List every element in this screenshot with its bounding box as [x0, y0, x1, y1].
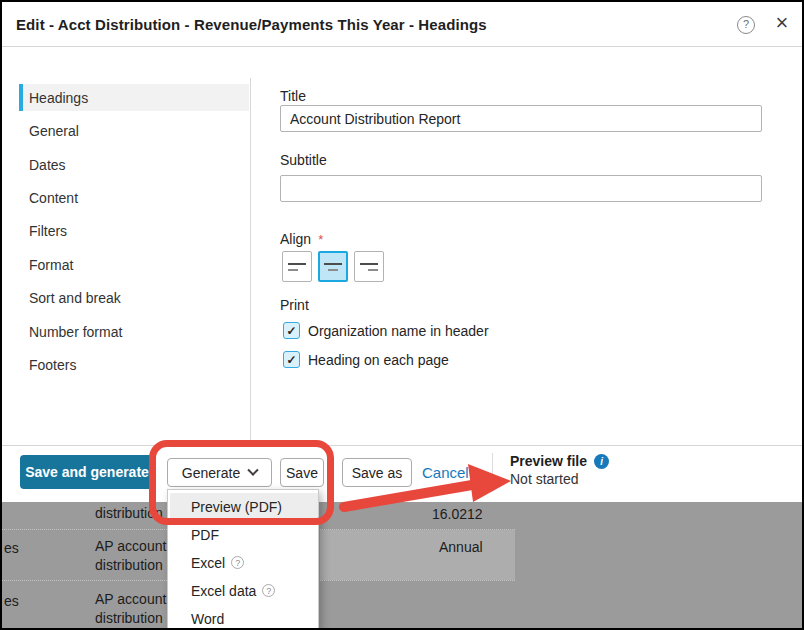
help-icon[interactable]: ?: [737, 16, 755, 34]
table-cell: es: [4, 540, 19, 556]
info-icon[interactable]: i: [594, 454, 609, 469]
selected-accent-bar: [19, 84, 23, 111]
table-cell: AP account: [95, 538, 166, 554]
menu-item-preview-pdf[interactable]: Preview (PDF): [170, 493, 318, 520]
table-cell: es: [4, 593, 19, 609]
generate-dropdown-menu: Preview (PDF) PDF Excel ? Excel data ? W…: [167, 489, 319, 630]
menu-item-word[interactable]: Word: [170, 605, 318, 630]
sidebar-divider: [250, 78, 251, 445]
align-label: Align*: [280, 231, 323, 247]
help-icon[interactable]: ?: [262, 584, 275, 597]
preview-file-label: Preview file: [510, 453, 587, 469]
print-label: Print: [280, 297, 309, 313]
sidebar-item-number-format[interactable]: Number format: [19, 318, 249, 345]
sidebar-item-label: Footers: [29, 357, 76, 373]
menu-item-label: Word: [191, 611, 224, 627]
menu-item-excel[interactable]: Excel ?: [170, 549, 318, 576]
sidebar-item-label: Content: [29, 190, 78, 206]
help-icon[interactable]: ?: [231, 556, 244, 569]
menu-item-label: Excel data: [191, 583, 256, 599]
dialog-title: Edit - Acct Distribution - Revenue/Payme…: [16, 16, 487, 33]
align-center-button[interactable]: [318, 251, 348, 282]
menu-item-label: Preview (PDF): [191, 499, 282, 515]
preview-file-status: Not started: [510, 471, 578, 487]
chevron-down-icon: [248, 464, 259, 475]
checkbox-row-org-name: ✓ Organization name in header: [283, 322, 489, 339]
menu-item-pdf[interactable]: PDF: [170, 521, 318, 548]
sidebar-item-content[interactable]: Content: [19, 184, 249, 211]
menu-item-label: PDF: [191, 527, 219, 543]
checkbox-label: Heading on each page: [308, 352, 449, 368]
dialog-footer: Save and generate Generate Save Save as …: [2, 445, 802, 502]
generate-dropdown-button[interactable]: Generate: [167, 458, 272, 487]
edit-report-dialog: Edit - Acct Distribution - Revenue/Payme…: [0, 0, 804, 630]
sidebar-item-label: Sort and break: [29, 290, 121, 306]
dimmed-background-table: distribution 16.0212 es AP account distr…: [2, 502, 802, 630]
title-field-label: Title: [280, 88, 306, 104]
checkbox-row-heading-each-page: ✓ Heading on each page: [283, 351, 449, 368]
dialog-titlebar: Edit - Acct Distribution - Revenue/Payme…: [2, 2, 802, 47]
sidebar-item-label: Format: [29, 257, 73, 273]
table-cell: 16.0212: [432, 506, 483, 522]
align-right-icon: [360, 263, 378, 265]
sidebar-item-label: Dates: [29, 157, 66, 173]
table-cell: distribution: [95, 610, 163, 626]
align-left-button[interactable]: [282, 251, 312, 282]
title-input[interactable]: [280, 105, 762, 132]
menu-item-excel-data[interactable]: Excel data ?: [170, 577, 318, 604]
table-cell: distribution: [95, 557, 163, 573]
org-name-checkbox[interactable]: ✓: [283, 322, 300, 339]
sidebar-item-sort-and-break[interactable]: Sort and break: [19, 284, 249, 311]
save-and-generate-button[interactable]: Save and generate: [20, 455, 154, 489]
sidebar-item-format[interactable]: Format: [19, 251, 249, 278]
sidebar-item-headings[interactable]: Headings: [19, 84, 249, 111]
heading-each-page-checkbox[interactable]: ✓: [283, 351, 300, 368]
save-button[interactable]: Save: [280, 458, 324, 487]
generate-button-label: Generate: [182, 465, 240, 481]
subtitle-input[interactable]: [280, 175, 762, 202]
align-center-icon: [324, 263, 342, 265]
sidebar-item-filters[interactable]: Filters: [19, 217, 249, 244]
save-as-button[interactable]: Save as: [342, 458, 412, 487]
subtitle-field-label: Subtitle: [280, 152, 327, 168]
table-cell-highlight: [320, 530, 515, 580]
sidebar-item-label: Filters: [29, 223, 67, 239]
cancel-link[interactable]: Cancel: [422, 464, 469, 481]
sidebar-item-label: Headings: [29, 90, 88, 106]
required-asterisk: *: [318, 232, 323, 247]
preview-file-label-row: Preview file i: [510, 453, 609, 469]
checkmark-icon: ✓: [286, 353, 296, 367]
sidebar-item-label: Number format: [29, 324, 122, 340]
align-label-text: Align: [280, 231, 311, 247]
align-right-button[interactable]: [354, 251, 384, 282]
table-cell: AP account: [95, 591, 166, 607]
footer-divider: [492, 453, 493, 490]
sidebar-item-general[interactable]: General: [19, 117, 249, 144]
checkmark-icon: ✓: [286, 324, 296, 338]
menu-item-label: Excel: [191, 555, 225, 571]
sidebar-item-label: General: [29, 123, 79, 139]
close-icon[interactable]: ×: [770, 10, 794, 36]
table-cell: distribution: [95, 505, 163, 521]
sidebar-item-footers[interactable]: Footers: [19, 351, 249, 378]
sidebar-item-dates[interactable]: Dates: [19, 151, 249, 178]
table-cell: Annual: [439, 539, 483, 555]
checkbox-label: Organization name in header: [308, 323, 489, 339]
align-left-icon: [288, 263, 306, 265]
